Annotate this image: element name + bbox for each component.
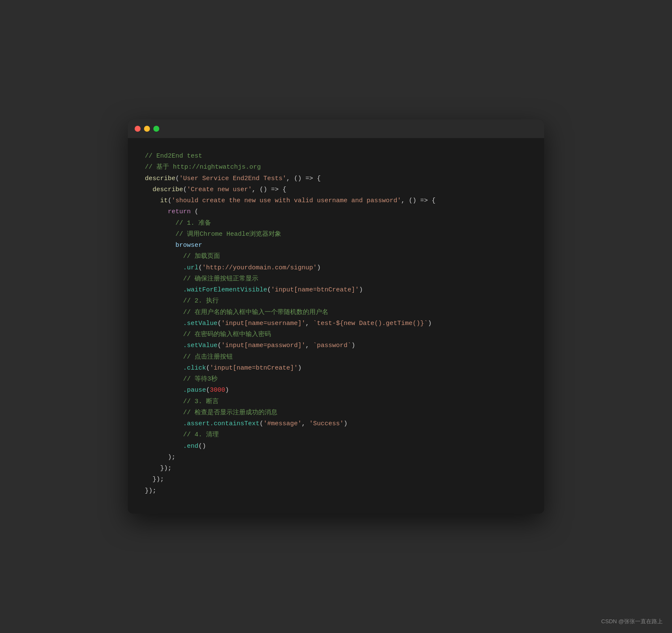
maximize-button[interactable] (153, 126, 159, 132)
watermark: CSDN @张张一直在路上 (601, 618, 663, 625)
code-editor: // End2End test // 基于 http://nightwatchj… (128, 138, 544, 514)
close-button[interactable] (135, 126, 141, 132)
minimize-button[interactable] (144, 126, 150, 132)
title-bar (128, 119, 544, 138)
code-window: // End2End test // 基于 http://nightwatchj… (128, 119, 544, 514)
